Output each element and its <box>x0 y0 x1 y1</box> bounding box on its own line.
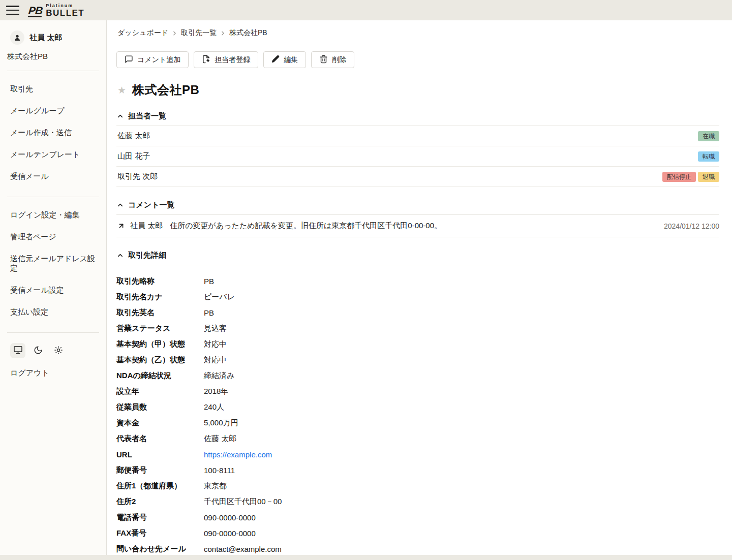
comments-section-header[interactable]: コメント一覧 <box>116 200 719 215</box>
hamburger-menu-icon[interactable] <box>6 6 19 15</box>
field-label: 取引先略称 <box>116 276 204 286</box>
comment-author: 社員 太郎 <box>130 221 163 231</box>
field-label: 問い合わせ先メール <box>116 544 204 554</box>
contacts-section-header[interactable]: 担当者一覧 <box>116 111 719 126</box>
pencil-icon <box>271 55 280 65</box>
detail-field-nda-status: NDAの締結状況締結済み <box>116 368 719 384</box>
chevron-up-icon <box>116 112 124 120</box>
chevron-up-icon <box>116 201 124 209</box>
field-label: 郵便番号 <box>116 465 204 475</box>
chevron-right-icon <box>171 30 178 37</box>
details-fields: 取引先略称PB 取引先名カナピーバレ 取引先英名PB 営業ステータス見込客 基本… <box>116 265 719 557</box>
breadcrumb-current-page: 株式会社PB <box>229 28 267 38</box>
edit-button[interactable]: 編集 <box>263 51 306 68</box>
field-value: ピーバレ <box>204 292 235 302</box>
field-label: NDAの締結状況 <box>116 371 204 381</box>
field-value: 佐藤 太郎 <box>204 434 236 444</box>
sidebar-divider <box>7 71 99 71</box>
sidebar-item-payment-settings[interactable]: 支払い設定 <box>0 301 106 323</box>
field-label: URL <box>116 450 204 459</box>
field-label: 基本契約（甲）状態 <box>116 339 204 349</box>
contact-row[interactable]: 佐藤 太郎 在職 <box>116 126 719 146</box>
breadcrumb-client-list[interactable]: 取引先一覧 <box>181 28 217 38</box>
theme-light-button[interactable] <box>51 343 66 358</box>
detail-field-capital: 資本金5,000万円 <box>116 415 719 431</box>
contact-row[interactable]: 山田 花子 転職 <box>116 146 719 167</box>
detail-field-url: URLhttps://example.com <box>116 447 719 462</box>
detail-field-contract-a-status: 基本契約（甲）状態対応中 <box>116 336 719 352</box>
contact-row[interactable]: 取引先 次郎 配信停止 退職 <box>116 167 719 187</box>
field-label: 住所1（都道府県） <box>116 481 204 491</box>
logo-mark: PB <box>28 5 43 17</box>
chevron-right-icon <box>220 30 226 37</box>
sidebar-item-admin-page[interactable]: 管理者ページ <box>0 226 106 248</box>
detail-field-fax: FAX番号090-0000-0000 <box>116 525 719 541</box>
comments-list: 社員 太郎 住所の変更があったため記載を変更。旧住所は東京都千代田区千代田0-0… <box>116 215 719 237</box>
field-value: 090-0000-0000 <box>204 513 256 522</box>
detail-field-founded-year: 設立年2018年 <box>116 384 719 399</box>
trash-icon <box>319 55 328 65</box>
page-title-row: ★ 株式会社PB <box>117 82 719 98</box>
file-pen-icon <box>202 55 210 65</box>
field-value: 100-8111 <box>204 466 235 475</box>
sidebar-item-inbox-settings[interactable]: 受信メール設定 <box>0 279 106 301</box>
app-logo[interactable]: PB Platinum BULLET <box>28 4 84 17</box>
detail-field-employees: 従業員数240人 <box>116 399 719 415</box>
detail-field-contract-b-status: 基本契約（乙）状態対応中 <box>116 352 719 368</box>
delete-button[interactable]: 削除 <box>311 51 354 68</box>
sidebar-item-sender-address-settings[interactable]: 送信元メールアドレス設定 <box>0 248 106 279</box>
detail-field-phone: 電話番号090-0000-0000 <box>116 510 719 525</box>
logout-button[interactable]: ログアウト <box>0 360 106 386</box>
contact-name: 取引先 次郎 <box>116 172 158 181</box>
details-section-header[interactable]: 取引先詳細 <box>116 251 719 265</box>
sidebar-nav-settings: ログイン設定・編集 管理者ページ 送信元メールアドレス設定 受信メール設定 支払… <box>0 200 106 323</box>
field-label: 取引先英名 <box>116 308 204 318</box>
field-value: 240人 <box>204 402 224 412</box>
field-label: FAX番号 <box>116 528 204 538</box>
comment-row: 社員 太郎 住所の変更があったため記載を変更。旧住所は東京都千代田区千代田0-0… <box>116 215 719 237</box>
sidebar-item-mail-templates[interactable]: メールテンプレート <box>0 144 106 166</box>
contacts-section-title: 担当者一覧 <box>128 111 166 121</box>
website-link[interactable]: https://example.com <box>204 450 272 459</box>
toolbar: コメント追加 担当者登録 編集 削除 <box>116 51 719 68</box>
field-value: 対応中 <box>204 339 227 349</box>
app-root: PB Platinum BULLET 社員 太郎 株式会社PB 取引先 メールグ… <box>0 0 732 560</box>
sidebar-item-clients[interactable]: 取引先 <box>0 78 106 100</box>
sun-icon <box>54 346 63 356</box>
detail-field-sales-status: 営業ステータス見込客 <box>116 321 719 336</box>
register-contact-label: 担当者登録 <box>215 55 250 65</box>
logo-platinum-label: Platinum <box>46 4 84 8</box>
contact-name: 山田 花子 <box>116 151 150 161</box>
contacts-list: 佐藤 太郎 在職 山田 花子 転職 取引先 次郎 配信停止 退職 <box>116 126 719 187</box>
edit-label: 編集 <box>284 55 298 65</box>
theme-system-button[interactable] <box>10 343 25 358</box>
field-value: 東京都 <box>204 481 227 491</box>
detail-field-short-name: 取引先略称PB <box>116 273 719 289</box>
field-value: 5,000万円 <box>204 418 238 428</box>
sidebar-item-login-settings[interactable]: ログイン設定・編集 <box>0 204 106 226</box>
field-label: 電話番号 <box>116 513 204 522</box>
field-value: 締結済み <box>204 371 234 381</box>
arrow-up-right-icon <box>117 222 125 230</box>
detail-field-postal-code: 郵便番号100-8111 <box>116 462 719 478</box>
favorite-star-icon[interactable]: ★ <box>117 85 126 95</box>
theme-dark-button[interactable] <box>30 343 46 358</box>
field-value: PB <box>204 308 214 317</box>
sidebar-item-mail-groups[interactable]: メールグループ <box>0 100 106 122</box>
chevron-up-icon <box>116 252 124 259</box>
detail-field-kana: 取引先名カナピーバレ <box>116 289 719 305</box>
comment-timestamp: 2024/01/12 12:00 <box>664 222 719 230</box>
logo-text: Platinum BULLET <box>46 4 84 17</box>
sidebar-item-inbox[interactable]: 受信メール <box>0 166 106 188</box>
add-comment-button[interactable]: コメント追加 <box>116 51 189 68</box>
sidebar-divider <box>7 332 99 333</box>
field-label: 従業員数 <box>116 402 204 412</box>
sidebar-item-mail-compose[interactable]: メール作成・送信 <box>0 122 106 144</box>
field-label: 住所2 <box>116 497 204 507</box>
breadcrumb-dashboard[interactable]: ダッシュボード <box>117 28 168 38</box>
logo-bullet-label: BULLET <box>46 9 84 17</box>
field-label: 資本金 <box>116 418 204 428</box>
detail-field-representative: 代表者名佐藤 太郎 <box>116 431 719 447</box>
register-contact-button[interactable]: 担当者登録 <box>194 51 258 68</box>
moon-icon <box>34 346 43 356</box>
